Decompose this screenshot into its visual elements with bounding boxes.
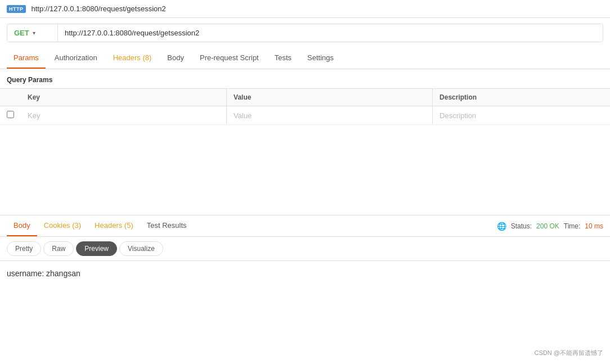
url-bar: HTTP http://127.0.0.1:8080/request/getse… [0,0,610,18]
desc-placeholder: Description [439,111,476,120]
format-tab-pretty[interactable]: Pretty [7,241,41,256]
response-section: Body Cookies (3) Headers (5) Test Result… [0,215,610,286]
table-row: Key Value Description [0,106,610,125]
request-tabs: Params Authorization Headers (8) Body Pr… [0,48,610,69]
body-format-tabs: Pretty Raw Preview Visualize [0,237,610,261]
format-tab-raw[interactable]: Raw [43,241,74,256]
format-tab-preview[interactable]: Preview [76,241,117,256]
tab-body[interactable]: Body [160,48,191,69]
response-meta: 🌐 Status: 200 OK Time: 10 ms [497,222,603,231]
url-input[interactable] [58,24,603,42]
params-header-row: Key Value Description [0,89,610,106]
response-text: username: zhangsan [7,269,80,278]
tab-tests[interactable]: Tests [268,48,298,69]
params-table: Key Value Description Key Value Descript… [0,88,610,125]
tab-response-body[interactable]: Body [7,215,37,236]
tab-pre-request-script[interactable]: Pre-request Script [193,48,266,69]
value-col-header: Value [227,89,433,106]
status-value: 200 OK [536,222,559,230]
key-cell[interactable]: Key [21,106,227,125]
tab-headers[interactable]: Headers (8) [106,48,159,69]
key-placeholder: Key [28,111,40,120]
globe-icon: 🌐 [497,222,506,231]
query-params-title: Query Params [0,69,610,88]
tab-response-cookies[interactable]: Cookies (3) [37,215,88,236]
key-col-header: Key [21,89,227,106]
tab-authorization[interactable]: Authorization [48,48,104,69]
desc-cell[interactable]: Description [433,106,610,125]
response-body-content: username: zhangsan [0,261,610,286]
http-icon: HTTP [7,5,26,13]
method-label: GET [14,29,29,37]
time-label: Time: [564,222,581,230]
row-checkbox[interactable] [0,106,21,125]
format-tab-visualize[interactable]: Visualize [119,241,163,256]
status-label: Status: [511,222,532,230]
response-tabs: Body Cookies (3) Headers (5) Test Result… [7,215,194,236]
response-tabs-row: Body Cookies (3) Headers (5) Test Result… [0,215,610,237]
method-selector[interactable]: GET ▾ [7,24,58,42]
tab-response-headers[interactable]: Headers (5) [88,215,140,236]
tab-response-test-results[interactable]: Test Results [140,215,194,236]
time-value: 10 ms [585,222,603,230]
url-bar-text: http://127.0.0.1:8080/request/getsession… [32,5,166,13]
value-cell[interactable]: Value [227,106,433,125]
checkbox-col-header [0,89,21,106]
tab-params[interactable]: Params [7,48,46,69]
chevron-down-icon: ▾ [33,30,35,36]
desc-col-header: Description [433,89,610,106]
http-badge: HTTP [7,5,26,13]
spacer [0,125,610,215]
tab-settings[interactable]: Settings [300,48,340,69]
value-placeholder: Value [234,111,252,120]
request-builder: GET ▾ [7,24,603,42]
param-checkbox[interactable] [7,111,14,118]
